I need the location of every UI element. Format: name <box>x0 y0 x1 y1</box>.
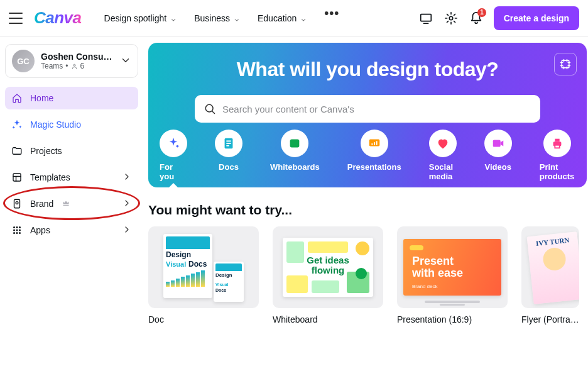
folder-icon <box>11 145 23 157</box>
category-icon <box>281 130 308 157</box>
more-menu-button[interactable]: ••• <box>324 13 339 23</box>
sidebar-item-label: Projects <box>30 146 62 156</box>
team-name: Goshen Consultin... <box>41 52 114 62</box>
chevron-down-icon <box>300 15 307 21</box>
svg-point-12 <box>13 232 15 234</box>
card-thumb: Get ideasflowing <box>273 226 383 308</box>
hero-search-input[interactable]: Search your content or Canva's <box>195 95 540 123</box>
nav-label: Education <box>258 13 297 23</box>
sidebar-item-label: Home <box>30 93 53 103</box>
card-label: Presentation (16:9) <box>397 314 508 324</box>
sidebar-item-templates[interactable]: Templates <box>5 166 138 189</box>
present-icon[interactable] <box>418 11 433 26</box>
svg-rect-20 <box>226 143 231 144</box>
team-avatar: GC <box>12 50 35 72</box>
category-presentations[interactable]: Presentations <box>347 130 401 181</box>
category-label: Videos <box>485 162 511 172</box>
nav-education[interactable]: Education <box>258 13 307 23</box>
svg-point-6 <box>13 226 15 228</box>
svg-rect-21 <box>226 145 229 147</box>
nav-design-spotlight[interactable]: Design spotlight <box>104 13 177 23</box>
category-videos[interactable]: Videos <box>484 130 512 181</box>
svg-point-17 <box>177 145 179 148</box>
crown-pro-icon <box>62 199 70 208</box>
category-for-you[interactable]: For you <box>160 130 187 181</box>
hero-title: What will you design today? <box>148 58 587 81</box>
sidebar-item-magic-studio[interactable]: Magic Studio <box>5 113 138 136</box>
card-presentation[interactable]: Presentwith ease Brand deck Presentation… <box>397 226 508 324</box>
svg-point-7 <box>16 226 18 228</box>
category-label: Docs <box>219 162 239 172</box>
app-header: Canva Design spotlight Business Educatio… <box>0 0 588 36</box>
category-print-products[interactable]: Print products <box>540 130 575 181</box>
card-label: Flyer (Portrait 8. <box>521 314 579 324</box>
svg-rect-24 <box>371 143 373 145</box>
svg-rect-3 <box>13 174 21 181</box>
nav-label: Business <box>194 13 230 23</box>
main-content: What will you design today? Search your … <box>143 36 588 366</box>
card-flyer[interactable]: IVY TURN Flyer (Portrait 8. <box>521 226 579 324</box>
card-thumb: Design Visual Docs Design Visual Docs <box>148 226 259 308</box>
category-docs[interactable]: Docs <box>215 130 242 181</box>
sidebar-item-brand[interactable]: Brand <box>5 192 138 215</box>
svg-point-8 <box>19 226 21 228</box>
chevron-right-icon <box>122 198 132 210</box>
category-whiteboards[interactable]: Whiteboards <box>270 130 320 181</box>
hamburger-menu-button[interactable] <box>9 13 23 24</box>
hero-banner: What will you design today? Search your … <box>148 43 587 187</box>
settings-gear-icon[interactable] <box>444 11 459 26</box>
card-thumb: Presentwith ease Brand deck <box>397 226 508 308</box>
chevron-down-icon <box>234 15 240 21</box>
chevron-right-icon <box>122 225 132 236</box>
svg-point-5 <box>16 202 18 204</box>
nav-label: Design spotlight <box>104 13 167 23</box>
svg-point-16 <box>205 104 213 112</box>
header-actions: 1 Create a design <box>418 6 579 30</box>
templates-icon <box>11 172 23 183</box>
category-icon <box>215 130 242 157</box>
svg-rect-19 <box>226 140 231 141</box>
svg-point-10 <box>16 230 18 231</box>
category-icon <box>543 130 571 157</box>
team-subtitle: Teams • 6 <box>41 62 114 70</box>
card-doc[interactable]: Design Visual Docs Design Visual Docs Do… <box>148 226 259 324</box>
nav-business[interactable]: Business <box>194 13 240 23</box>
sidebar-item-projects[interactable]: Projects <box>5 140 138 162</box>
svg-point-2 <box>74 64 75 66</box>
category-label: For you <box>160 162 187 181</box>
apps-grid-icon <box>11 225 23 236</box>
svg-rect-25 <box>374 142 375 145</box>
chevron-down-icon <box>120 55 131 68</box>
sidebar-item-home[interactable]: Home <box>5 87 138 109</box>
category-label: Whiteboards <box>270 162 320 172</box>
card-thumb: IVY TURN <box>521 226 579 308</box>
svg-point-11 <box>19 230 21 231</box>
custom-size-button[interactable] <box>554 53 577 75</box>
brand-icon <box>11 198 23 209</box>
notifications-bell-icon[interactable]: 1 <box>469 11 484 26</box>
chevron-right-icon <box>122 172 132 184</box>
sparkle-icon <box>11 119 23 130</box>
svg-rect-26 <box>376 141 377 145</box>
svg-point-14 <box>19 232 21 234</box>
svg-rect-22 <box>290 140 300 148</box>
card-label: Doc <box>148 314 259 324</box>
try-section-heading: You might want to try... <box>148 202 588 218</box>
category-social-media[interactable]: Social media <box>429 130 457 181</box>
category-icon <box>429 130 457 157</box>
card-whiteboard[interactable]: Get ideasflowing Whiteboard <box>273 226 383 324</box>
home-icon <box>11 92 23 104</box>
category-tabs: For youDocsWhiteboardsPresentationsSocia… <box>148 130 587 181</box>
sidebar-item-apps[interactable]: Apps <box>5 219 138 241</box>
canva-logo[interactable]: Canva <box>34 8 82 28</box>
category-icon <box>160 130 187 157</box>
team-switcher[interactable]: GC Goshen Consultin... Teams • 6 <box>5 44 138 78</box>
sidebar-item-label: Apps <box>30 225 50 235</box>
search-icon <box>204 103 216 115</box>
create-design-button[interactable]: Create a design <box>494 6 579 30</box>
category-icon <box>484 130 512 157</box>
category-label: Presentations <box>347 162 401 172</box>
svg-point-13 <box>16 232 18 234</box>
sidebar-item-label: Brand <box>30 199 53 209</box>
svg-rect-30 <box>555 145 559 148</box>
